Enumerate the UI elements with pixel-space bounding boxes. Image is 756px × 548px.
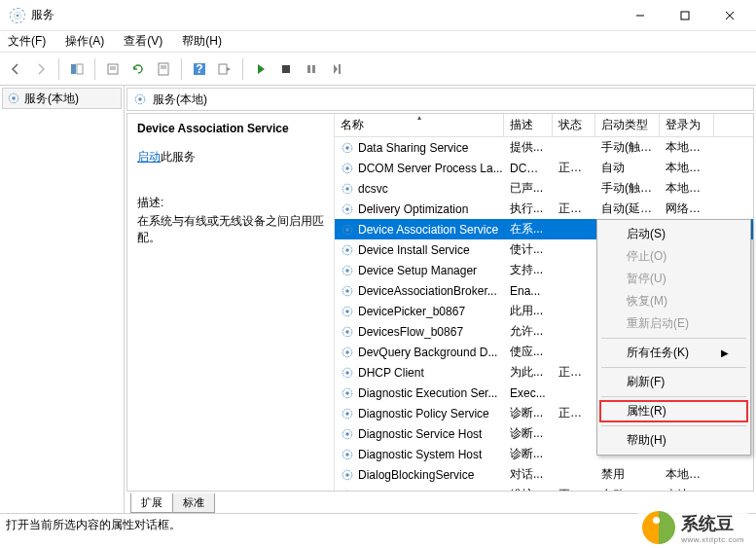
tree-root-item[interactable]: 服务(本地) <box>2 88 122 109</box>
help-button[interactable]: ? <box>188 57 211 81</box>
gear-icon <box>341 325 354 339</box>
service-desc: 诊断... <box>504 405 553 421</box>
minimize-button[interactable] <box>618 0 663 31</box>
forward-button[interactable] <box>29 57 53 81</box>
panel-heading: 服务(本地) <box>153 91 207 108</box>
table-row[interactable]: dcsvc已声...手动(触发...本地系统 <box>335 178 753 199</box>
svg-rect-7 <box>77 64 83 74</box>
service-startup: 自动 <box>595 487 660 491</box>
table-row[interactable]: DCOM Server Process La...DCOM...正在...自动本… <box>335 158 753 178</box>
menu-action[interactable]: 操作(A) <box>61 31 108 52</box>
service-status: 正在... <box>553 201 595 217</box>
window-title: 服务 <box>31 7 618 23</box>
service-logon: 本地系统 <box>660 139 714 156</box>
logo-en: www.xtdptc.com <box>681 535 744 544</box>
col-logon[interactable]: 登录为 <box>660 114 714 136</box>
start-link[interactable]: 启动 <box>137 150 161 164</box>
ctx-refresh[interactable]: 刷新(F) <box>599 371 748 393</box>
ctx-start[interactable]: 启动(S) <box>599 223 748 245</box>
export-list-button[interactable] <box>101 57 125 81</box>
info-selected-name: Device Association Service <box>137 122 324 135</box>
service-name: dcsvc <box>358 182 388 196</box>
pause-service-button[interactable] <box>300 57 323 81</box>
ctx-properties[interactable]: 属性(R) <box>599 400 748 422</box>
gear-icon <box>341 448 354 461</box>
service-name: Diagnostic System Host <box>358 448 482 461</box>
svg-text:?: ? <box>196 62 202 76</box>
watermark-logo: 系统豆 www.xtdptc.com <box>638 509 748 546</box>
service-name: Diagnostic Policy Service <box>358 407 489 420</box>
ctx-restart[interactable]: 重新启动(E) <box>599 312 748 335</box>
gear-icon <box>341 427 354 441</box>
gear-icon <box>341 468 354 482</box>
service-name: Diagnostic Execution Ser... <box>358 386 497 400</box>
toolbar-separator <box>181 58 182 80</box>
back-button[interactable] <box>4 57 27 81</box>
gear-icon <box>341 141 354 155</box>
tree-pane: 服务(本地) <box>0 86 125 513</box>
gear-icon <box>341 407 354 420</box>
gear-icon <box>341 223 354 237</box>
ctx-stop[interactable]: 停止(O) <box>599 245 748 268</box>
service-name: DialogBlockingService <box>358 468 474 482</box>
gear-icon <box>341 162 354 175</box>
menu-file[interactable]: 文件(F) <box>4 31 50 52</box>
service-name: Device Setup Manager <box>358 264 477 277</box>
close-button[interactable] <box>707 0 752 31</box>
gear-icon <box>341 243 354 257</box>
start-service-button[interactable] <box>249 57 272 81</box>
window-controls <box>618 0 752 31</box>
chevron-right-icon: ▶ <box>721 347 729 358</box>
sort-asc-icon: ▴ <box>417 114 421 122</box>
stop-service-button[interactable] <box>274 57 298 81</box>
menu-view[interactable]: 查看(V) <box>120 31 166 52</box>
service-name: Distributed Link Tracking... <box>358 489 495 492</box>
service-name: DCOM Server Process La... <box>358 162 503 175</box>
service-desc: 在系... <box>504 221 553 237</box>
service-name: Device Install Service <box>358 243 470 257</box>
service-startup: 手动(触发... <box>595 139 660 156</box>
service-name: Device Association Service <box>358 223 498 237</box>
properties-button[interactable] <box>152 57 175 81</box>
maximize-button[interactable] <box>663 0 707 31</box>
info-pane: Device Association Service 启动此服务 描述: 在系统… <box>127 114 335 491</box>
menu-help[interactable]: 帮助(H) <box>178 31 226 52</box>
col-desc[interactable]: 描述 <box>504 114 553 136</box>
menubar: 文件(F) 操作(A) 查看(V) 帮助(H) <box>0 31 756 53</box>
svg-rect-18 <box>307 65 310 73</box>
table-row[interactable]: DialogBlockingService对话...禁用本地系统 <box>335 464 753 485</box>
toolbar-separator <box>58 58 59 80</box>
ctx-resume[interactable]: 恢复(M) <box>599 290 748 312</box>
col-name[interactable]: 名称▴ <box>335 114 504 136</box>
svg-rect-20 <box>339 64 341 74</box>
logo-cn: 系统豆 <box>681 512 744 535</box>
gear-icon <box>341 182 354 196</box>
tab-standard[interactable]: 标准 <box>172 493 215 513</box>
svg-rect-19 <box>312 65 315 73</box>
ctx-help[interactable]: 帮助(H) <box>599 429 748 452</box>
svg-rect-3 <box>681 12 689 19</box>
service-startup: 自动(延迟... <box>595 201 660 217</box>
action-button[interactable] <box>213 57 236 81</box>
show-hide-tree-button[interactable] <box>65 57 89 81</box>
toolbar-separator <box>94 58 95 80</box>
ctx-all-tasks[interactable]: 所有任务(K)▶ <box>599 342 748 364</box>
toolbar: ? <box>0 53 756 86</box>
table-row[interactable]: Data Sharing Service提供...手动(触发...本地系统 <box>335 137 753 158</box>
toolbar-separator <box>242 58 243 80</box>
service-status: 正在... <box>553 364 595 381</box>
svg-rect-6 <box>71 64 76 74</box>
table-row[interactable]: Distributed Link Tracking...维护...正在...自动… <box>335 485 753 491</box>
col-startup[interactable]: 启动类型 <box>595 114 660 136</box>
gear-icon <box>341 284 354 298</box>
refresh-button[interactable] <box>126 57 150 81</box>
service-name: Diagnostic Service Host <box>358 427 482 441</box>
gear-icon <box>341 366 354 380</box>
tab-extended[interactable]: 扩展 <box>130 493 173 513</box>
restart-service-button[interactable] <box>325 57 348 81</box>
table-row[interactable]: Delivery Optimization执行...正在...自动(延迟...网… <box>335 199 753 219</box>
start-suffix: 此服务 <box>161 150 196 164</box>
ctx-pause[interactable]: 暂停(U) <box>599 268 748 290</box>
col-status[interactable]: 状态 <box>553 114 595 136</box>
highlight-box <box>599 400 748 422</box>
